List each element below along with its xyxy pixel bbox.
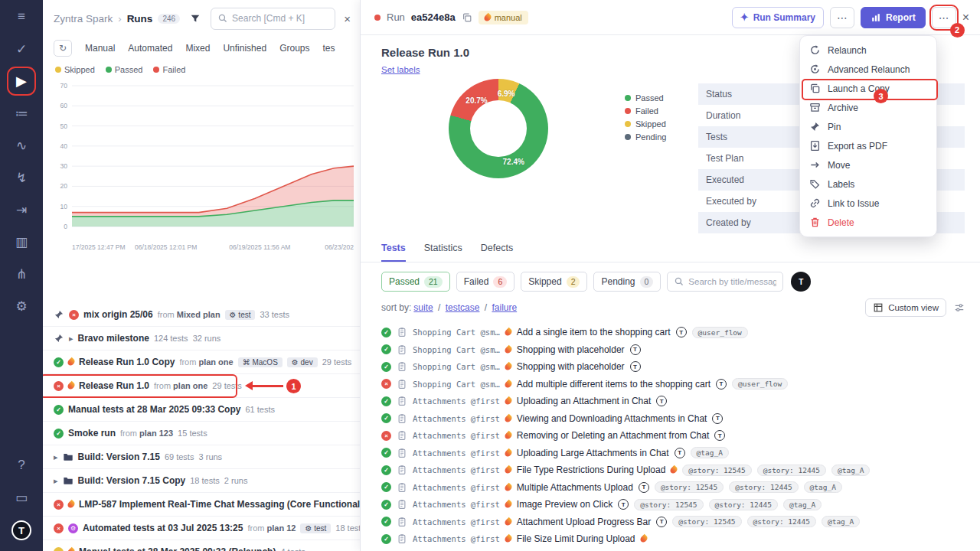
tests-search[interactable]: [667, 272, 783, 292]
runs-tab-mixed[interactable]: Mixed: [185, 43, 210, 54]
sidebar-item-help[interactable]: ?: [12, 456, 31, 474]
more-button-1[interactable]: ⋯: [830, 7, 854, 28]
more-button-2[interactable]: ⋯ 2: [932, 7, 956, 28]
close-panel-button[interactable]: ×: [341, 12, 354, 25]
sidebar-item-menu[interactable]: ≡: [12, 8, 31, 26]
run-row-smoke-run[interactable]: ✓Smoke runfrom plan 12315 tests: [43, 422, 360, 445]
chart-legend: SkippedPassedFailed: [43, 60, 360, 80]
chevron-right-icon[interactable]: ▸: [54, 452, 58, 462]
sidebar-item-projects-folder[interactable]: ▭: [12, 488, 31, 507]
menu-item-archive[interactable]: Archive: [800, 98, 936, 117]
test-row-add-multiple-different-items-to-the-shopping-cart[interactable]: ×Shopping Cart @sm…Add multiple differen…: [381, 376, 965, 393]
menu-item-move[interactable]: Move: [800, 155, 936, 174]
menu-item-export-as-pdf[interactable]: Export as PDF: [800, 136, 936, 155]
test-row-attachment-upload-progress-bar[interactable]: ✓Attachments @firstAttachment Upload Pro…: [381, 514, 965, 531]
svg-text:06/18/2025 12:01 PM: 06/18/2025 12:01 PM: [135, 243, 197, 251]
sidebar-item-bar-chart[interactable]: ▥: [12, 233, 31, 251]
sidebar-item-pulse[interactable]: ↯: [12, 168, 31, 187]
breadcrumb-project[interactable]: Zyntra Spark: [54, 13, 113, 24]
annotation-badge-3: 3: [874, 89, 888, 103]
runs-search[interactable]: [211, 8, 335, 30]
donut-legend: PassedFailedSkippedPending: [625, 91, 686, 143]
test-title: Uploading Large Attachments in Chat: [517, 448, 669, 458]
run-row-mix-origin-25-06[interactable]: ×mix origin 25/06from Mixed plan⚙ test33…: [43, 303, 360, 327]
runs-tab-unfinished[interactable]: Unfinished: [223, 43, 266, 54]
runs-tab-groups[interactable]: Groups: [279, 43, 309, 54]
workspace-logo[interactable]: T: [11, 520, 31, 540]
test-row-shopping-with-placeholder[interactable]: ✓Shopping Cart @sm…Shopping with placeho…: [381, 341, 965, 359]
runs-search-input[interactable]: [232, 13, 328, 24]
set-labels-link[interactable]: Set labels: [381, 65, 420, 74]
chevron-right-icon[interactable]: ▸: [69, 334, 74, 344]
sidebar-item-play[interactable]: ▶: [12, 72, 31, 90]
run-row-build-version-7-15[interactable]: ▸Build: Version 7.1569 tests 3 runs: [43, 445, 360, 469]
branch-icon: ⋔: [16, 266, 27, 282]
test-tag: @tag_A: [804, 481, 842, 493]
tab-statistics[interactable]: Statistics: [424, 243, 462, 262]
passed-status-icon: ✓: [381, 362, 391, 372]
test-row-image-preview-on-click[interactable]: ✓Attachments @firstImage Preview on Clic…: [381, 496, 965, 514]
test-row-uploading-an-attachment-in-chat[interactable]: ✓Attachments @firstUploading an Attachme…: [381, 393, 965, 410]
runs-tab-automated[interactable]: Automated: [128, 43, 172, 54]
flame-icon: [482, 12, 492, 22]
tab-tests[interactable]: Tests: [381, 243, 406, 262]
runs-tab-manual[interactable]: Manual: [85, 43, 115, 54]
sort-by-testcase[interactable]: testcase: [446, 302, 480, 313]
sidebar-item-settings[interactable]: ⚙: [12, 297, 31, 315]
filter-button[interactable]: [185, 8, 205, 28]
sort-by-failure[interactable]: failure: [492, 302, 517, 313]
test-row-file-size-limit-during-upload[interactable]: ✓Attachments @firstFile Size Limit Durin…: [381, 530, 965, 548]
test-row-file-type-restrictions-during-upload[interactable]: ✓Attachments @firstFile Type Restriction…: [381, 461, 965, 479]
donut-legend-passed: Passed: [625, 91, 686, 104]
test-row-removing-or-deleting-an-attachment-from-chat[interactable]: ×Attachments @firstRemoving or Deleting …: [381, 427, 965, 445]
sidebar-item-check[interactable]: ✓: [12, 40, 31, 58]
run-summary-button[interactable]: ✦ Run Summary: [732, 7, 824, 28]
run-row-release-run-1-0[interactable]: ×Release Run 1.0from plan one29 tests1: [43, 374, 360, 398]
sidebar-item-chart-line[interactable]: ∿: [12, 136, 31, 155]
filter-passed[interactable]: Passed21: [381, 272, 450, 292]
filter-pending[interactable]: Pending0: [593, 272, 661, 292]
menu-item-relaunch[interactable]: Relaunch: [800, 41, 936, 60]
run-row-lmp-587-implement-real-time-chat-messaging-core-functionality[interactable]: ×LMP-587 Implement Real-Time Chat Messag…: [43, 493, 360, 517]
menu-item-pin[interactable]: Pin: [800, 117, 936, 136]
test-row-shopping-with-placeholder[interactable]: ✓Shopping Cart @sm…Shopping with placeho…: [381, 358, 965, 376]
tab-defects[interactable]: Defects: [481, 243, 513, 262]
runs-tab-tes[interactable]: tes: [322, 43, 335, 54]
filter-failed[interactable]: Failed6: [456, 272, 515, 292]
test-row-multiple-attachments-upload[interactable]: ✓Attachments @firstMultiple Attachments …: [381, 479, 965, 497]
copy-run-id-icon[interactable]: [462, 12, 472, 23]
sliders-icon[interactable]: [954, 302, 965, 313]
sort-by-suite[interactable]: suite: [413, 302, 433, 313]
breadcrumb-section[interactable]: Runs: [127, 13, 153, 24]
run-row-manual-tests-at-28-mar-2025-09-33-copy[interactable]: ✓Manual tests at 28 Mar 2025 09:33 Copy6…: [43, 398, 360, 422]
filter-skipped[interactable]: Skipped2: [521, 272, 587, 292]
suite-name: Attachments @first: [413, 483, 500, 492]
run-row-build-version-7-15-copy[interactable]: ▸Build: Version 7.15 Copy18 tests 2 runs: [43, 469, 360, 493]
sidebar-item-run-list[interactable]: ≔: [12, 104, 31, 122]
assignee-avatar-button[interactable]: T: [791, 272, 811, 292]
tests-search-input[interactable]: [688, 277, 776, 286]
svg-text:17/2025 12:47 PM: 17/2025 12:47 PM: [72, 243, 125, 251]
test-row-viewing-and-downloading-attachments-in-chat[interactable]: ✓Attachments @firstViewing and Downloadi…: [381, 410, 965, 428]
run-badge-macos: ⌘ MacOS: [238, 357, 283, 367]
chevron-right-icon[interactable]: ▸: [54, 476, 58, 486]
refresh-button[interactable]: ↻: [54, 40, 72, 57]
custom-view-button[interactable]: Custom view: [865, 298, 946, 317]
menu-item-labels[interactable]: Labels: [800, 174, 936, 194]
run-row-automated-tests-at-03-jul-2025-13-25[interactable]: ×⚙Automated tests at 03 Jul 2025 13:25fr…: [43, 517, 360, 540]
close-run-button[interactable]: ×: [962, 7, 969, 28]
run-row-bravo-milestone[interactable]: ▸Bravo milestone124 tests 32 runs: [43, 327, 360, 350]
settings-icon: ⚙: [15, 298, 27, 315]
test-row-add-a-single-item-to-the-shopping-cart[interactable]: ✓Shopping Cart @sm…Add a single item to …: [381, 324, 965, 341]
menu-item-launch-a-copy[interactable]: Launch a Copy3: [800, 79, 936, 98]
report-button[interactable]: Report: [861, 7, 926, 28]
test-row-uploading-large-attachments-in-chat[interactable]: ✓Attachments @firstUploading Large Attac…: [381, 445, 965, 462]
sidebar-item-import[interactable]: ⇥: [12, 201, 31, 219]
menu-item-advanced-relaunch[interactable]: Advanced Relaunch: [800, 60, 936, 79]
menu-item-delete[interactable]: Delete: [800, 213, 936, 232]
menu-item-link-to-issue[interactable]: Link to Issue: [800, 194, 936, 213]
test-tag: @story: 12445: [709, 499, 778, 510]
run-row-release-run-1-0-copy[interactable]: ✓Release Run 1.0 Copyfrom plan one⌘ MacO…: [43, 350, 360, 374]
run-row-manual-tests-at-28-mar-2025-09-33-relaunch[interactable]: –Manual tests at 28 Mar 2025 09:33 (Rela…: [43, 540, 360, 551]
sidebar-item-branch[interactable]: ⋔: [12, 265, 31, 283]
